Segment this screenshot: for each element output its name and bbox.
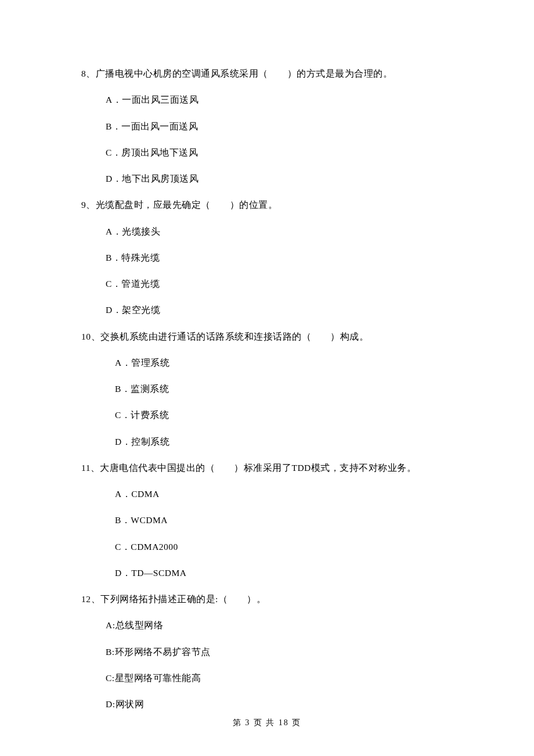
question-options: A．CDMA B．WCDMA C．CDMA2000 D．TD—SCDMA: [81, 487, 453, 579]
question-10: 10、交换机系统由进行通话的话路系统和连接话路的（ ）构成。 A．管理系统 B．…: [81, 330, 453, 448]
option-d: D．控制系统: [115, 435, 453, 448]
option-b: B．WCDMA: [115, 513, 453, 527]
option-d: D．架空光缆: [106, 303, 453, 316]
option-a: A．CDMA: [115, 487, 453, 501]
question-text: 12、下列网络拓扑描述正确的是:（ ）。: [81, 592, 453, 606]
question-text: 10、交换机系统由进行通话的话路系统和连接话路的（ ）构成。: [81, 330, 453, 343]
option-b: B．一面出风一面送风: [106, 120, 453, 133]
question-options: A．一面出风三面送风 B．一面出风一面送风 C．房顶出风地下送风 D．地下出风房…: [81, 93, 453, 185]
question-options: A．管理系统 B．监测系统 C．计费系统 D．控制系统: [81, 356, 453, 448]
question-11: 11、大唐电信代表中国提出的（ ）标准采用了TDD模式，支持不对称业务。 A．C…: [81, 461, 453, 579]
option-c: C．计费系统: [115, 408, 453, 422]
option-a: A．管理系统: [115, 356, 453, 369]
question-options: A．光缆接头 B．特殊光缆 C．管道光缆 D．架空光缆: [81, 225, 453, 317]
option-c: C．CDMA2000: [115, 540, 453, 553]
page-content: 8、广播电视中心机房的空调通风系统采用（ ）的方式是最为合理的。 A．一面出风三…: [0, 0, 534, 711]
option-b: B．特殊光缆: [106, 251, 453, 264]
question-text: 9、光缆配盘时，应最先确定（ ）的位置。: [81, 198, 453, 211]
option-d: D．TD—SCDMA: [115, 566, 453, 579]
question-text: 8、广播电视中心机房的空调通风系统采用（ ）的方式是最为合理的。: [81, 67, 453, 80]
option-c: C:星型网络可靠性能高: [106, 671, 453, 685]
question-text: 11、大唐电信代表中国提出的（ ）标准采用了TDD模式，支持不对称业务。: [81, 461, 453, 474]
option-d: D．地下出风房顶送风: [106, 172, 453, 185]
question-12: 12、下列网络拓扑描述正确的是:（ ）。 A:总线型网络 B:环形网络不易扩容节…: [81, 592, 453, 711]
option-b: B:环形网络不易扩容节点: [106, 645, 453, 658]
option-d: D:网状网: [106, 697, 453, 711]
option-c: C．房顶出风地下送风: [106, 146, 453, 159]
question-8: 8、广播电视中心机房的空调通风系统采用（ ）的方式是最为合理的。 A．一面出风三…: [81, 67, 453, 185]
question-options: A:总线型网络 B:环形网络不易扩容节点 C:星型网络可靠性能高 D:网状网: [81, 618, 453, 711]
option-b: B．监测系统: [115, 382, 453, 395]
option-a: A．一面出风三面送风: [106, 93, 453, 106]
option-a: A．光缆接头: [106, 225, 453, 238]
page-footer: 第 3 页 共 18 页: [0, 718, 534, 728]
option-a: A:总线型网络: [106, 618, 453, 632]
option-c: C．管道光缆: [106, 277, 453, 290]
question-9: 9、光缆配盘时，应最先确定（ ）的位置。 A．光缆接头 B．特殊光缆 C．管道光…: [81, 198, 453, 316]
